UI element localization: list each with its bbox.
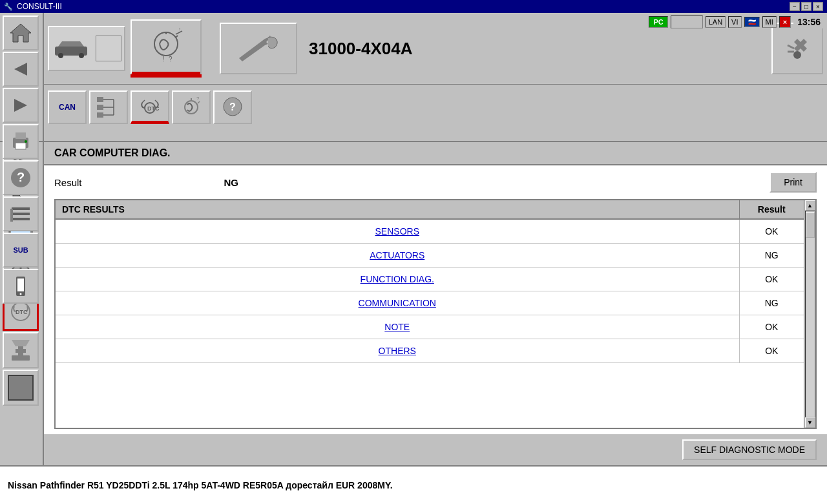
page-header: CAR COMPUTER DIAG. (44, 142, 827, 165)
result-label: Result (54, 177, 82, 188)
mi-close[interactable]: × (779, 16, 791, 28)
table-row: ACTUATORSNG (56, 244, 804, 268)
funnel-button[interactable] (3, 332, 39, 368)
scroll-track (805, 211, 815, 417)
help-icon: ? (9, 166, 32, 189)
svg-text:!: ! (163, 56, 165, 63)
dtc-link[interactable]: COMMUNICATION (359, 298, 436, 308)
dtc-link[interactable]: FUNCTION DIAG. (361, 274, 434, 284)
svg-text:?: ? (229, 101, 236, 112)
gear-icon (9, 202, 32, 226)
funnel-icon (6, 336, 35, 364)
dtc-link[interactable]: NOTE (384, 322, 410, 332)
connector-button[interactable] (3, 370, 39, 406)
svg-rect-61 (12, 355, 30, 361)
dtc-link[interactable]: SENSORS (375, 226, 419, 236)
pc-status-box (671, 16, 703, 28)
svg-rect-9 (12, 207, 30, 210)
mi-status: MI (762, 16, 777, 28)
result-row: Result NG Print (44, 165, 827, 199)
dtc-table-scroll[interactable]: DTC RESULTS Result SENSORSOKACTUATORSNGF… (56, 200, 804, 428)
dtc-row-name[interactable]: FUNCTION DIAG. (56, 268, 739, 291)
dtc-row-result: NG (739, 291, 804, 315)
titlebar-controls: − □ × (790, 2, 823, 11)
dtc-row-name[interactable]: OTHERS (56, 339, 739, 363)
table-row: COMMUNICATIONNG (56, 291, 804, 315)
table-row: OTHERSOK (56, 339, 804, 363)
close-button[interactable]: × (813, 2, 823, 11)
svg-line-21 (176, 36, 178, 37)
svg-marker-0 (10, 24, 31, 42)
svg-text:?: ? (17, 170, 25, 184)
help-button[interactable]: ? (3, 160, 39, 195)
result-value: NG (224, 177, 239, 188)
vehicle-select-button[interactable] (48, 26, 125, 71)
diag-help-icon: ? (222, 96, 244, 118)
dtc-row-result: OK (739, 219, 804, 244)
titlebar: 🔧 CONSULT-III − □ × (0, 0, 827, 13)
scroll-thumb[interactable] (806, 212, 815, 238)
svg-rect-10 (12, 213, 30, 215)
top-toolbar: PC LAN VI 🇷🇺 MI × 13:56 (0, 13, 827, 142)
svg-rect-12 (10, 209, 13, 222)
dtc-row-name[interactable]: COMMUNICATION (56, 291, 739, 315)
clock: 13:56 (793, 16, 824, 28)
settings-button[interactable] (3, 196, 39, 231)
svg-rect-27 (97, 97, 103, 102)
self-diag-button[interactable]: ! ? ! (131, 19, 202, 74)
can-button[interactable]: CAN (48, 90, 87, 124)
home-icon (9, 21, 32, 45)
self-diag-area: SELF DIAGNOSTIC MODE (44, 434, 827, 465)
printer-icon (9, 130, 32, 153)
dtc-tbody: SENSORSOKACTUATORSNGFUNCTION DIAG.OKCOMM… (56, 219, 804, 363)
scroll-up-arrow[interactable]: ▲ (805, 200, 815, 211)
printer-button[interactable] (3, 124, 39, 159)
minimize-button[interactable]: − (790, 2, 800, 11)
vehicle-info-text: Nissan Pathfinder R51 YD25DDTi 2.5L 174h… (8, 480, 393, 490)
lan-status: LAN (706, 16, 726, 28)
home-button[interactable] (3, 16, 39, 50)
svg-rect-14 (17, 278, 24, 291)
dtc-row-name[interactable]: SENSORS (56, 219, 739, 244)
scroll-down-arrow[interactable]: ▼ (805, 417, 815, 428)
svg-text:?: ? (169, 56, 173, 63)
flow-button[interactable] (89, 90, 128, 124)
dtc-row-name[interactable]: NOTE (56, 315, 739, 339)
svg-point-18 (79, 53, 84, 58)
print-button[interactable]: Print (769, 172, 817, 193)
table-row: SENSORSOK (56, 219, 804, 244)
car-icon (52, 39, 90, 58)
sub-button[interactable]: SUB (3, 233, 39, 268)
svg-text:!: ! (179, 28, 180, 32)
dtc-table-wrapper: DTC RESULTS Result SENSORSOKACTUATORSNGF… (54, 199, 817, 429)
svg-point-37 (185, 101, 198, 114)
vehicle-image (96, 36, 121, 61)
config-button[interactable] (771, 23, 823, 74)
dtc-link[interactable]: ACTUATORS (370, 250, 424, 260)
vi-status: VI (728, 16, 741, 28)
dtc-row-result: NG (739, 244, 804, 268)
main-area: NB415 (0, 142, 827, 465)
dtc-link[interactable]: OTHERS (379, 346, 416, 356)
diag-help-button[interactable]: ? (213, 90, 252, 124)
mobile-button[interactable] (3, 269, 39, 304)
component-button[interactable]: ? (172, 90, 211, 124)
dtc-row-name[interactable]: ACTUATORS (56, 244, 739, 268)
maximize-button[interactable]: □ (801, 2, 811, 11)
toolbar-content: ! ? ! 31000-4X04A (44, 13, 827, 141)
svg-point-6 (25, 140, 27, 143)
dtc-row-result: OK (739, 268, 804, 291)
dtc-active-button[interactable]: DTC (131, 90, 169, 124)
stethoscope-icon: DTC (137, 95, 163, 118)
service-button[interactable] (220, 23, 297, 74)
svg-marker-1 (14, 63, 27, 76)
status-bar: PC LAN VI 🇷🇺 MI × 13:56 (649, 16, 824, 28)
back-icon (9, 58, 32, 81)
back-button[interactable] (3, 52, 39, 87)
forward-icon (9, 94, 32, 117)
forward-button[interactable] (3, 88, 39, 123)
toolbar-row2: CAN (44, 84, 827, 129)
svg-rect-64 (18, 346, 23, 355)
scrollbar[interactable]: ▲ ▼ (804, 200, 815, 428)
self-diag-button[interactable]: SELF DIAGNOSTIC MODE (682, 439, 817, 460)
